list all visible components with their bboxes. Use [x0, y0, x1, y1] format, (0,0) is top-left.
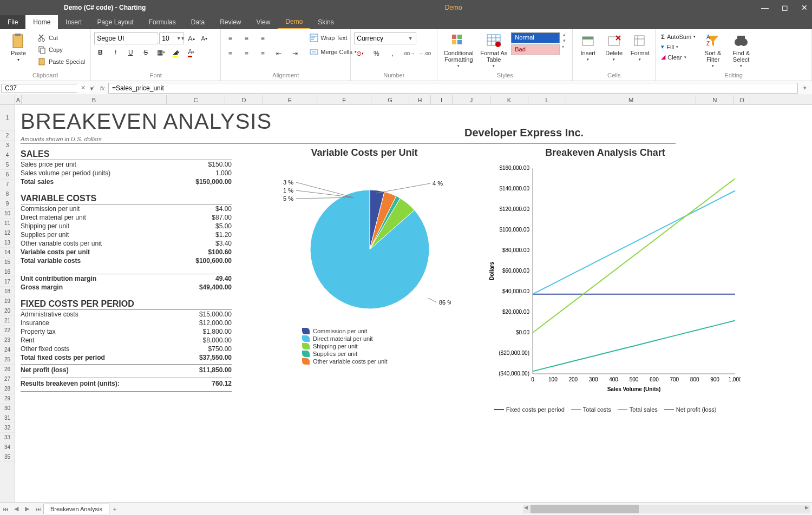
italic-icon[interactable]: I — [109, 47, 121, 58]
name-box[interactable]: ▼ — [1, 84, 77, 93]
align-center-icon[interactable]: ≡ — [240, 48, 252, 60]
select-all-corner[interactable] — [0, 95, 15, 104]
row-headers[interactable]: 1234567891011121314151617181920212223242… — [0, 105, 15, 502]
col-header-E[interactable]: E — [263, 95, 317, 104]
tab-nav-last-icon[interactable]: ⏭ — [32, 506, 43, 512]
table-row: Commission per unit$4.00 — [21, 204, 232, 213]
decrease-indent-icon[interactable]: ⇤ — [273, 48, 285, 60]
font-color-icon[interactable]: A▾ — [185, 47, 197, 58]
paste-button[interactable]: Paste▾ — [3, 32, 34, 63]
font-size-select[interactable]: ▼ — [159, 32, 184, 44]
tab-view[interactable]: View — [249, 15, 278, 29]
decrease-decimal-icon[interactable]: ←.00 — [419, 48, 431, 60]
format-as-table-button[interactable]: Format As Table ▾ — [479, 32, 509, 69]
align-right-icon[interactable]: ≡ — [257, 48, 269, 60]
formula-input[interactable] — [108, 83, 798, 94]
align-top-icon[interactable]: ≡ — [224, 32, 236, 44]
cell-style-bad[interactable]: Bad — [511, 44, 560, 55]
col-header-A[interactable]: A — [15, 95, 22, 104]
style-down-icon[interactable]: ▼ — [562, 38, 566, 43]
align-bottom-icon[interactable]: ≡ — [257, 32, 269, 44]
minimize-button[interactable]: — — [761, 3, 769, 12]
copy-button[interactable]: Copy — [36, 44, 87, 55]
chevron-down-icon[interactable]: ▼ — [175, 36, 182, 41]
expand-formula-icon[interactable]: ▾ — [800, 84, 810, 91]
paste-special-button[interactable]: Paste Special — [36, 56, 87, 67]
sheet-tab-breakeven[interactable]: Breakeven Analysis — [43, 504, 109, 514]
add-sheet-button[interactable]: + — [109, 506, 120, 512]
sort-filter-button[interactable]: AZ Sort & Filter▾ — [700, 32, 726, 69]
decrease-font-icon[interactable]: A▾ — [198, 32, 210, 44]
sort-filter-icon: AZ — [705, 34, 721, 49]
col-header-K[interactable]: K — [490, 95, 528, 104]
maximize-button[interactable]: ◻ — [782, 3, 788, 12]
borders-icon[interactable]: ▦▾ — [155, 47, 167, 58]
legend-item: Commission per unit — [302, 328, 464, 334]
tab-data[interactable]: Data — [184, 15, 212, 29]
tab-skins[interactable]: Skins — [310, 15, 341, 29]
clear-button[interactable]: ◢Clear ▾ — [659, 52, 698, 62]
cut-button[interactable]: Cut — [36, 32, 87, 43]
increase-font-icon[interactable]: A▴ — [185, 32, 197, 44]
tab-nav-first-icon[interactable]: ⏮ — [0, 506, 11, 512]
spreadsheet[interactable]: ABCDEFGHIJKLMNO 123456789101112131415161… — [0, 95, 812, 502]
col-header-J[interactable]: J — [453, 95, 490, 104]
align-middle-icon[interactable]: ≡ — [240, 32, 252, 44]
col-header-M[interactable]: M — [566, 95, 696, 104]
style-more-icon[interactable]: ▾ — [562, 44, 566, 49]
format-cells-button[interactable]: Format▾ — [628, 32, 652, 63]
enter-formula-icon[interactable]: ✓ — [88, 84, 97, 91]
fill-color-icon[interactable]: ◢▾ — [170, 47, 182, 58]
underline-icon[interactable]: U — [125, 47, 136, 58]
number-format-select[interactable]: ▼ — [354, 32, 416, 44]
col-header-H[interactable]: H — [409, 95, 431, 104]
tab-nav-next-icon[interactable]: ▶ — [22, 505, 32, 512]
sales-header: SALES — [21, 149, 232, 160]
increase-decimal-icon[interactable]: .00→ — [403, 48, 415, 60]
fill-button[interactable]: ▾Fill ▾ — [659, 42, 698, 51]
col-header-L[interactable]: L — [528, 95, 566, 104]
font-name-select[interactable]: ▼ — [94, 32, 158, 44]
comma-icon[interactable]: , — [387, 48, 398, 60]
cancel-formula-icon[interactable]: ✕ — [78, 84, 88, 91]
column-headers[interactable]: ABCDEFGHIJKLMNO — [0, 95, 812, 105]
conditional-formatting-button[interactable]: Conditional Formatting ▾ — [441, 32, 476, 69]
close-button[interactable]: ✕ — [801, 3, 808, 12]
strikethrough-icon[interactable]: S — [140, 47, 152, 58]
tab-insert[interactable]: Insert — [58, 15, 89, 29]
horizontal-scrollbar[interactable]: ◀ ▶ — [523, 505, 810, 513]
align-left-icon[interactable]: ≡ — [224, 48, 236, 60]
svg-text:5 %: 5 % — [283, 195, 293, 202]
col-header-O[interactable]: O — [734, 95, 750, 104]
accounting-format-icon[interactable]: ⊙▾ — [354, 48, 366, 60]
tab-review[interactable]: Review — [212, 15, 248, 29]
find-select-button[interactable]: Find & Select▾ — [728, 32, 754, 69]
col-header-F[interactable]: F — [317, 95, 371, 104]
tab-page-layout[interactable]: Page Layout — [89, 15, 141, 29]
chevron-down-icon[interactable]: ▼ — [407, 36, 414, 41]
tab-home[interactable]: Home — [25, 15, 58, 29]
col-header-D[interactable]: D — [225, 95, 263, 104]
col-header-C[interactable]: C — [167, 95, 225, 104]
fx-icon[interactable]: fx — [97, 85, 107, 91]
col-header-I[interactable]: I — [431, 95, 453, 104]
cell-style-normal[interactable]: Normal — [511, 32, 560, 43]
bold-icon[interactable]: B — [94, 47, 106, 58]
delete-cells-button[interactable]: Delete▾ — [602, 32, 626, 63]
col-header-N[interactable]: N — [696, 95, 734, 104]
tab-demo[interactable]: Demo — [278, 15, 310, 29]
col-header-B[interactable]: B — [22, 95, 167, 104]
tab-nav-prev-icon[interactable]: ◀ — [11, 505, 22, 512]
sheet-content[interactable]: BREAKEVEN ANALYSIS Developer Express Inc… — [15, 105, 812, 502]
wrap-text-icon — [310, 34, 318, 42]
insert-cells-button[interactable]: Insert▾ — [576, 32, 600, 63]
scrollbar-thumb[interactable] — [531, 505, 639, 513]
tab-file[interactable]: File — [0, 15, 25, 29]
col-header-G[interactable]: G — [371, 95, 409, 104]
autosum-button[interactable]: ΣAutoSum ▾ — [659, 32, 698, 41]
increase-indent-icon[interactable]: ⇥ — [289, 48, 301, 60]
style-up-icon[interactable]: ▲ — [562, 32, 566, 37]
tab-formulas[interactable]: Formulas — [141, 15, 184, 29]
svg-rect-0 — [13, 35, 23, 48]
percent-icon[interactable]: % — [370, 48, 382, 60]
